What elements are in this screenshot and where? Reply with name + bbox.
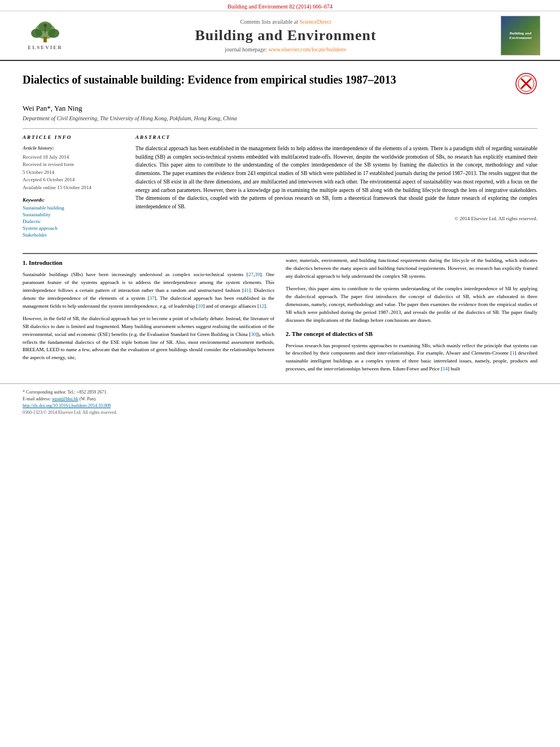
article-history-label: Article history: xyxy=(23,145,124,152)
footer-area: * Corresponding author. Tel.: +852 2859 … xyxy=(0,383,560,421)
abstract-text: The dialectical approach has been establ… xyxy=(135,145,537,211)
footnote-author: * Corresponding author. Tel.: +852 2859 … xyxy=(23,390,537,395)
elsevier-tree-icon xyxy=(30,21,61,43)
sciencedirect-anchor[interactable]: ScienceDirect xyxy=(299,19,331,25)
keywords-section: Keywords: Sustainable building Sustainab… xyxy=(23,197,124,238)
copyright-notice: © 2014 Elsevier Ltd. All rights reserved… xyxy=(135,216,537,221)
ref-14[interactable]: 14 xyxy=(443,366,448,372)
elsevier-logo: ELSEVIER xyxy=(23,19,68,53)
section1-heading: 1. Introduction xyxy=(23,258,274,268)
journal-citation-bar: Building and Environment 82 (2014) 666–6… xyxy=(0,0,560,11)
doi-anchor[interactable]: http://dx.doi.org/10.1016/j.buildenv.201… xyxy=(23,403,111,408)
journal-title-area: Contents lists available at ScienceDirec… xyxy=(79,19,492,53)
article-info-heading: ARTICLE INFO xyxy=(23,134,124,140)
body-section-divider xyxy=(23,253,537,254)
issn-copyright: 0360-1323/© 2014 Elsevier Ltd. All right… xyxy=(23,410,537,415)
sciencedirect-link: Contents lists available at ScienceDirec… xyxy=(79,19,492,25)
ref-1[interactable]: 1 xyxy=(512,350,515,356)
journal-cover-image: Building and Environment xyxy=(501,16,540,55)
homepage-anchor[interactable]: www.elsevier.com/locate/buildenv xyxy=(269,46,347,53)
article-info-abstract-row: ARTICLE INFO Article history: Received 1… xyxy=(23,134,537,239)
keyword-sustainable-building[interactable]: Sustainable building xyxy=(23,205,124,211)
article-info-column: ARTICLE INFO Article history: Received 1… xyxy=(23,134,124,239)
ref-10[interactable]: 10 xyxy=(198,303,203,309)
body-paragraph-1: Sustainable buildings (SBs) have been in… xyxy=(23,271,274,311)
elsevier-wordmark: ELSEVIER xyxy=(28,45,63,50)
elsevier-logo-area: ELSEVIER xyxy=(11,19,79,53)
ref-12[interactable]: 12 xyxy=(259,303,264,309)
abstract-heading: ABSTRACT xyxy=(135,134,537,140)
article-content-area: Dialectics of sustainable building: Evid… xyxy=(0,61,560,250)
body-paragraph-4: Therefore, this paper aims to contribute… xyxy=(286,285,537,325)
crossmark-icon xyxy=(515,72,537,95)
ref-30[interactable]: 30 xyxy=(251,331,256,337)
received-revised-label: Received in revised form xyxy=(23,161,74,167)
article-history: Article history: Received 18 July 2014 R… xyxy=(23,145,124,191)
keywords-label: Keywords: xyxy=(23,197,124,203)
keyword-system-approach[interactable]: System approach xyxy=(23,225,124,231)
body-paragraph-5: Previous research has proposed systems a… xyxy=(286,342,537,374)
ref-41[interactable]: 41 xyxy=(244,287,249,293)
article-authors: Wei Pan*, Yan Ning xyxy=(23,104,537,113)
body-paragraph-3: water, materials, environment, and build… xyxy=(286,257,537,281)
article-title-section: Dialectics of sustainable building: Evid… xyxy=(23,72,537,99)
keyword-dialectic[interactable]: Dialectic xyxy=(23,219,124,224)
doi-link: http://dx.doi.org/10.1016/j.buildenv.201… xyxy=(23,403,537,408)
body-right-column: water, materials, environment, and build… xyxy=(286,257,537,378)
article-title: Dialectics of sustainable building: Evid… xyxy=(23,72,504,87)
svg-point-5 xyxy=(43,24,47,27)
ref-39[interactable]: 39 xyxy=(255,272,260,277)
accepted-date: Accepted 6 October 2014 xyxy=(23,177,75,182)
article-affiliation: Department of Civil Engineering, The Uni… xyxy=(23,115,537,121)
email-link[interactable]: wpan@hku.hk xyxy=(52,396,78,401)
journal-cover-area: Building and Environment xyxy=(492,16,549,55)
keyword-sustainability[interactable]: Sustainability xyxy=(23,212,124,217)
ref-37[interactable]: 37 xyxy=(150,295,155,301)
body-paragraph-2: However, in the field of SB, the dialect… xyxy=(23,315,274,362)
body-content: 1. Introduction Sustainable buildings (S… xyxy=(0,257,560,378)
article-info-divider xyxy=(23,128,537,129)
body-left-column: 1. Introduction Sustainable buildings (S… xyxy=(23,257,274,378)
footnote-email: E-mail address: wpan@hku.hk (W. Pan). xyxy=(23,396,537,401)
ref-27[interactable]: 27 xyxy=(248,272,253,277)
journal-citation-text: Building and Environment 82 (2014) 666–6… xyxy=(228,3,333,10)
received-date: Received 18 July 2014 xyxy=(23,154,69,160)
journal-header: ELSEVIER Contents lists available at Sci… xyxy=(0,11,560,61)
svg-rect-4 xyxy=(43,37,47,42)
journal-title: Building and Environment xyxy=(79,27,492,44)
available-online: Available online 15 October 2014 xyxy=(23,185,91,190)
homepage-link-area: journal homepage: www.elsevier.com/locat… xyxy=(79,46,492,53)
section2-heading: 2. The concept of dialectics of SB xyxy=(286,329,537,339)
keyword-stakeholder[interactable]: Stakeholder xyxy=(23,232,124,238)
abstract-section: ABSTRACT The dialectical approach has be… xyxy=(135,134,537,239)
received-revised-date: 5 October 2014 xyxy=(23,169,54,175)
